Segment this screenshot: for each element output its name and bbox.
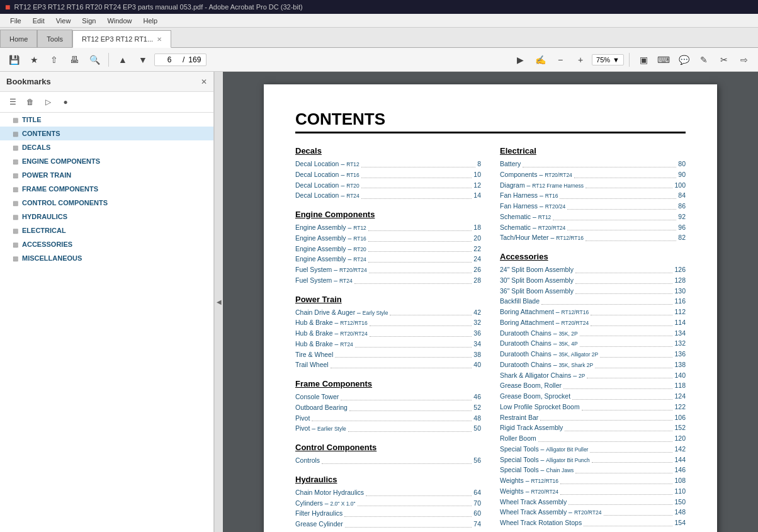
cursor-tool[interactable]: ▶ <box>511 51 529 69</box>
sidebar-item-misc[interactable]: ▩ MISCELLANEOUS <box>0 251 213 265</box>
toc-item[interactable]: Decal Location – RT1610 <box>295 170 481 180</box>
toc-item[interactable]: Engine Assembly – RT1620 <box>295 234 481 244</box>
toc-item[interactable]: Engine Assembly – RT2424 <box>295 254 481 264</box>
new-bookmark-button[interactable]: ☰ <box>5 94 20 110</box>
menu-sign[interactable]: Sign <box>77 16 101 26</box>
sidebar-item-decals[interactable]: ▩ DECALS <box>0 140 213 154</box>
menu-view[interactable]: View <box>51 16 76 26</box>
expand-bookmark-button[interactable]: ▷ <box>40 94 55 110</box>
toc-item[interactable]: Console Tower46 <box>295 392 481 402</box>
toc-item[interactable]: Duratooth Chains – 35K, Alligator 2P136 <box>500 349 686 359</box>
toc-item[interactable]: Pivot48 <box>295 414 481 424</box>
toc-item[interactable]: Low Profile Sprocket Boom122 <box>500 402 686 412</box>
tab-tools[interactable]: Tools <box>37 30 72 47</box>
toc-item[interactable]: Decal Location – RT2012 <box>295 181 481 191</box>
sidebar-collapse-handle[interactable]: ◀ <box>214 72 223 532</box>
toc-item[interactable]: Diagram – RT12 Frame Harness100 <box>500 181 686 191</box>
toc-item[interactable]: Weights – RT12/RT16108 <box>500 476 686 486</box>
toc-item[interactable]: Cylinders – 2.0" X 1.0"70 <box>295 499 481 509</box>
bookmark-button[interactable]: ★ <box>25 51 43 69</box>
menu-window[interactable]: Window <box>102 16 137 26</box>
toc-item[interactable]: Pivot – Earlier Style50 <box>295 424 481 434</box>
sidebar-item-power[interactable]: ▩ POWER TRAIN <box>0 168 213 182</box>
toc-item[interactable]: Restraint Bar106 <box>500 413 686 423</box>
menu-help[interactable]: Help <box>139 16 163 26</box>
toc-item[interactable]: Schematic – RT20/RT2496 <box>500 223 686 233</box>
toc-item[interactable]: Special Tools – Chain Jaws146 <box>500 465 686 475</box>
toc-item[interactable]: Boring Attachment – RT20/RT24114 <box>500 318 686 328</box>
toc-item[interactable]: Backfill Blade116 <box>500 297 686 307</box>
prev-page-button[interactable]: ▲ <box>114 51 132 69</box>
toc-item[interactable]: Grease Boom, Sprocket124 <box>500 392 686 402</box>
share-button[interactable]: ⇧ <box>45 51 63 69</box>
tab-home[interactable]: Home <box>0 30 37 47</box>
page-input[interactable]: 6 <box>160 55 179 64</box>
menu-file[interactable]: File <box>5 16 26 26</box>
toc-item[interactable]: Engine Assembly – RT1218 <box>295 223 481 233</box>
toc-item[interactable]: Filter Hydraulics60 <box>295 509 481 519</box>
zoom-in-button[interactable]: + <box>572 51 589 69</box>
toc-item[interactable]: 36" Split Boom Assembly130 <box>500 286 686 297</box>
sidebar-item-electrical[interactable]: ▩ ELECTRICAL <box>0 224 213 237</box>
sidebar-item-frame[interactable]: ▩ FRAME COMPONENTS <box>0 182 213 196</box>
comment-button[interactable]: 💬 <box>675 51 693 69</box>
toc-item[interactable]: Boring Attachment – RT12/RT16112 <box>500 307 686 317</box>
toc-item[interactable]: Special Tools – Alligator Bit Punch144 <box>500 455 686 465</box>
tools-button[interactable]: ✂ <box>715 51 733 69</box>
toc-item[interactable]: Hub & Brake – RT12/RT1632 <box>295 318 481 328</box>
zoom-selector[interactable]: 75% ▼ <box>592 54 624 65</box>
save-button[interactable]: 💾 <box>5 51 23 69</box>
toc-item[interactable]: Wheel Track Assembly – RT20/RT24148 <box>500 507 686 518</box>
toc-item[interactable]: Hub & Brake – RT2434 <box>295 339 481 349</box>
sidebar-item-engine[interactable]: ▩ ENGINE COMPONENTS <box>0 154 213 168</box>
toc-item[interactable]: Special Tools – Alligator Bit Puller142 <box>500 444 686 455</box>
toc-item[interactable]: Chain Drive & Auger – Early Style42 <box>295 308 481 318</box>
toc-item[interactable]: 30" Split Boom Assembly128 <box>500 276 686 286</box>
zoom-out-button[interactable]: − <box>552 51 569 69</box>
share2-button[interactable]: ⇨ <box>735 51 753 69</box>
sidebar-close-icon[interactable]: ✕ <box>201 77 207 86</box>
delete-bookmark-button[interactable]: 🗑 <box>23 94 38 110</box>
toc-item[interactable]: Schematic – RT1292 <box>500 212 686 222</box>
sidebar-item-title[interactable]: ▩ TITLE <box>0 113 213 127</box>
tab-document[interactable]: RT12 EP3 RT12 RT1... ✕ <box>72 30 171 48</box>
toc-item[interactable]: Fan Harness – RT1684 <box>500 191 686 201</box>
toc-item[interactable]: Trail Wheel40 <box>295 360 481 370</box>
toc-item[interactable]: Outboard Bearing52 <box>295 403 481 413</box>
highlight-button[interactable]: ✎ <box>695 51 713 69</box>
toc-item[interactable]: Tach/Hour Meter – RT12/RT1682 <box>500 233 686 243</box>
toc-item[interactable]: Shark & Alligator Chains – 2P140 <box>500 371 686 381</box>
toc-item[interactable]: Decal Location – RT128 <box>295 159 481 169</box>
toc-item[interactable]: Fuel System – RT20/RT2426 <box>295 265 481 275</box>
toc-item[interactable]: 24" Split Boom Assembly126 <box>500 265 686 275</box>
toc-item[interactable]: Roller Boom120 <box>500 434 686 444</box>
fit-page-button[interactable]: ▣ <box>635 51 652 69</box>
print-button[interactable]: 🖶 <box>65 51 83 69</box>
toc-item[interactable]: Grease Boom, Roller118 <box>500 381 686 391</box>
toc-item[interactable]: Hub & Brake – RT20/RT2436 <box>295 329 481 339</box>
toc-item[interactable]: Battery80 <box>500 159 686 169</box>
toc-item[interactable]: Duratooth Chains – 35K, Shark 2P138 <box>500 360 686 370</box>
search-button[interactable]: 🔍 <box>86 51 103 69</box>
toc-item[interactable]: Duratooth Chains – 35K, 2P134 <box>500 329 686 339</box>
hand-tool[interactable]: ✍ <box>531 51 549 69</box>
toc-item[interactable]: Chain Motor Hydraulics64 <box>295 488 481 498</box>
toc-item[interactable]: Rigid Track Assembly152 <box>500 423 686 433</box>
tab-close-icon[interactable]: ✕ <box>157 36 162 43</box>
toc-item[interactable]: Duratooth Chains – 35K, 4P132 <box>500 339 686 349</box>
sidebar-item-control[interactable]: ▩ CONTROL COMPONENTS <box>0 196 213 210</box>
sidebar-item-hydraulics[interactable]: ▩ HYDRAULICS <box>0 210 213 224</box>
toc-item[interactable]: Wheel Track Rotation Stops154 <box>500 518 686 528</box>
toc-item[interactable]: Fuel System – RT2428 <box>295 276 481 286</box>
menu-edit[interactable]: Edit <box>28 16 50 26</box>
toc-item[interactable]: Components – RT20/RT2490 <box>500 170 686 180</box>
sidebar-item-contents[interactable]: ▩ CONTENTS <box>0 127 213 140</box>
next-page-button[interactable]: ▼ <box>134 51 152 69</box>
toc-item[interactable]: Weights – RT20/RT24110 <box>500 487 686 497</box>
sidebar-item-accessories[interactable]: ▩ ACCESSORIES <box>0 237 213 251</box>
toc-item[interactable]: Decal Location – RT2414 <box>295 191 481 201</box>
typewriter-button[interactable]: ⌨ <box>655 51 672 69</box>
properties-bookmark-button[interactable]: ● <box>58 94 73 110</box>
toc-item[interactable]: Fan Harness – RT20/2486 <box>500 201 686 212</box>
toc-item[interactable]: Wheel Track Assembly150 <box>500 497 686 507</box>
